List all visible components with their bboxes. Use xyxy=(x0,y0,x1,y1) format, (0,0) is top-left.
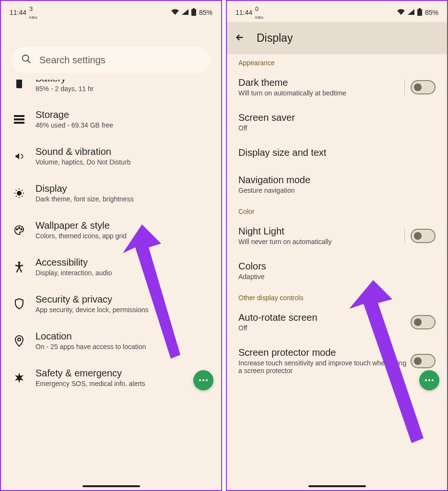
battery-percent: 85% xyxy=(425,9,438,16)
nav-pill[interactable] xyxy=(83,485,140,487)
item-night-light[interactable]: Night Light Will never turn on automatic… xyxy=(227,219,447,254)
status-bar: 11:44 3KB/s 85% xyxy=(1,1,221,22)
section-other: Other display controls xyxy=(227,289,447,305)
fab-more[interactable] xyxy=(193,370,213,390)
shield-icon xyxy=(12,297,26,311)
setting-security[interactable]: Security & privacy App security, device … xyxy=(6,285,216,322)
section-appearance: Appearance xyxy=(227,54,447,70)
item-display-size[interactable]: Display size and text xyxy=(227,140,447,168)
svg-rect-17 xyxy=(419,8,421,9)
item-colors[interactable]: Colors Adaptive xyxy=(227,254,447,289)
battery-icon xyxy=(417,8,422,17)
svg-rect-4 xyxy=(16,80,22,88)
toggle-screen-protector[interactable] xyxy=(411,354,436,368)
toggle-dark-theme[interactable] xyxy=(411,80,436,94)
fab-more[interactable] xyxy=(419,370,439,390)
accessibility-icon xyxy=(12,260,26,274)
svg-rect-6 xyxy=(14,115,24,117)
svg-rect-7 xyxy=(14,118,24,120)
display-icon xyxy=(12,187,26,200)
setting-sound[interactable]: Sound & vibration Volume, haptics, Do No… xyxy=(6,138,216,175)
status-bar: 11:44 0KB/s 85% xyxy=(227,1,447,22)
nav-pill[interactable] xyxy=(308,485,366,487)
toggle-night-light[interactable] xyxy=(411,229,436,243)
settings-main-screen: 11:44 3KB/s 85% Search settings Battery … xyxy=(0,0,222,491)
item-nav-mode[interactable]: Navigation mode Gesture navigation xyxy=(227,168,447,203)
storage-icon xyxy=(12,113,26,126)
palette-icon xyxy=(12,223,26,237)
setting-display[interactable]: Display Dark theme, font size, brightnes… xyxy=(6,175,216,211)
search-placeholder: Search settings xyxy=(39,55,106,66)
item-dark-theme[interactable]: Dark theme Will turn on automatically at… xyxy=(227,70,447,105)
search-icon xyxy=(21,54,32,66)
back-button[interactable] xyxy=(235,32,245,45)
svg-rect-1 xyxy=(193,8,195,9)
page-title: Display xyxy=(257,32,293,45)
display-header: Display xyxy=(227,22,447,54)
search-settings[interactable]: Search settings xyxy=(12,47,211,73)
wifi-icon xyxy=(171,9,179,16)
signal-icon xyxy=(408,9,414,16)
emergency-icon xyxy=(12,371,26,385)
svg-point-10 xyxy=(16,228,18,230)
setting-battery[interactable]: Battery 85% - 2 days, 11 hr xyxy=(6,80,216,101)
svg-point-15 xyxy=(18,338,21,341)
toggle-auto-rotate[interactable] xyxy=(411,315,436,329)
item-screen-saver[interactable]: Screen saver Off xyxy=(227,105,447,140)
display-settings-screen: 11:44 0KB/s 85% Display Appearance Dark … xyxy=(226,0,448,491)
wifi-icon xyxy=(397,9,405,16)
svg-rect-16 xyxy=(417,9,422,16)
item-auto-rotate[interactable]: Auto-rotate screen Off xyxy=(227,305,447,340)
setting-wallpaper[interactable]: Wallpaper & style Colors, themed icons, … xyxy=(6,211,216,248)
svg-point-13 xyxy=(18,261,21,264)
setting-location[interactable]: Location On - 25 apps have access to loc… xyxy=(6,322,216,359)
svg-point-12 xyxy=(21,228,22,230)
item-screen-protector[interactable]: Screen protector mode Increase touch sen… xyxy=(227,340,447,383)
svg-rect-14 xyxy=(18,264,20,269)
location-icon xyxy=(12,334,26,348)
svg-line-3 xyxy=(28,60,31,63)
status-time: 11:44 xyxy=(236,9,252,16)
battery-icon xyxy=(191,8,196,17)
svg-point-11 xyxy=(19,227,20,229)
battery-icon xyxy=(12,80,26,90)
svg-point-2 xyxy=(23,55,29,61)
settings-list: Battery 85% - 2 days, 11 hr Storage 46% … xyxy=(1,80,221,396)
svg-point-9 xyxy=(17,191,21,195)
section-color: Color xyxy=(227,203,447,219)
setting-accessibility[interactable]: Accessibility Display, interaction, audi… xyxy=(6,248,216,285)
signal-icon xyxy=(182,9,189,16)
svg-rect-8 xyxy=(14,122,24,124)
sound-icon xyxy=(12,150,26,163)
status-time: 11:44 xyxy=(10,9,26,16)
setting-storage[interactable]: Storage 46% used - 69.34 GB free xyxy=(6,101,216,138)
svg-rect-0 xyxy=(191,9,196,16)
setting-safety[interactable]: Safety & emergency Emergency SOS, medica… xyxy=(6,359,216,396)
battery-percent: 85% xyxy=(199,9,212,16)
